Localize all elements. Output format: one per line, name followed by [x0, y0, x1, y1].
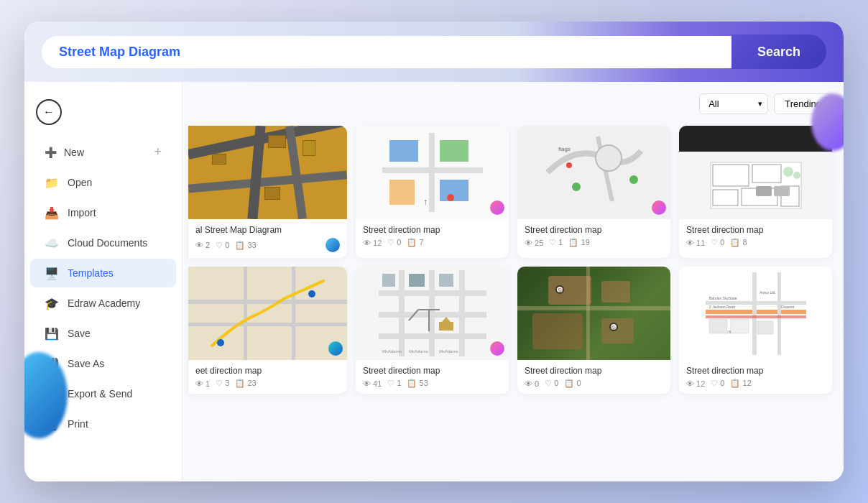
sidebar-item-import[interactable]: 📥 Import — [30, 198, 176, 227]
card-info: eet direction map 👁 1 ♡ 3 📋 23 — [188, 360, 347, 394]
card-image: Bahrain SkyState 2 Jackson Road Asia Uni… — [679, 267, 832, 360]
copy-count: 📋 19 — [568, 238, 589, 247]
main-content: ← ➕ New + 📁 Open 📥 Import ☁️ Cloud Docum… — [24, 82, 844, 481]
sidebar-item-cloud[interactable]: ☁️ Cloud Documents — [30, 229, 176, 257]
sidebar-saveas-label: Save As — [68, 358, 104, 369]
templates-icon: 🖥️ — [45, 266, 59, 280]
sidebar-academy-label: Edraw Academy — [68, 297, 140, 309]
save-icon: 💾 — [45, 326, 59, 341]
svg-text:McAdams: McAdams — [409, 349, 428, 354]
view-count: 👁 0 — [525, 379, 539, 388]
search-button[interactable]: Search — [731, 34, 826, 69]
filter-row: All Business Education Trending — [194, 93, 832, 114]
card-image: 🏠 🏠 — [517, 267, 670, 360]
like-count: ♡ 0 — [545, 379, 558, 388]
grid-street-svg: McAdams McAdams McAdams — [379, 270, 486, 356]
svg-text:McAdams: McAdams — [439, 349, 458, 354]
sidebar-open-label: Open — [68, 177, 92, 188]
svg-rect-4 — [389, 180, 415, 205]
card-title: Street direction map — [363, 225, 502, 235]
svg-point-8 — [596, 145, 622, 171]
back-button[interactable]: ← — [36, 99, 62, 125]
card-stats: 👁 11 ♡ 0 📋 8 — [686, 238, 825, 247]
template-card[interactable]: ↑ Street direction map 👁 12 ♡ 0 📋 7 — [356, 126, 509, 258]
template-card[interactable]: McAdams McAdams McAdams Street direction… — [356, 267, 509, 394]
svg-rect-42 — [752, 272, 757, 355]
sidebar-item-academy[interactable]: 🎓 Edraw Academy — [30, 289, 176, 318]
app-container: Street Map Diagram Search ← ➕ New + 📁 Op… — [24, 22, 844, 481]
sidebar-item-open[interactable]: 📁 Open — [30, 168, 176, 197]
academy-icon: 🎓 — [45, 296, 59, 310]
curved-road-svg: flags — [540, 129, 648, 216]
like-count: ♡ 0 — [387, 238, 401, 247]
like-count: ♡ 0 — [216, 241, 229, 250]
like-count: ♡ 0 — [711, 238, 724, 247]
card-image — [188, 267, 347, 360]
svg-point-6 — [447, 194, 454, 201]
svg-rect-31 — [439, 274, 453, 287]
content-area: All Business Education Trending — [183, 82, 844, 481]
copy-count: 📋 8 — [730, 238, 747, 247]
view-count: 👁 12 — [686, 379, 705, 388]
card-title: Street direction map — [686, 366, 825, 376]
sidebar-item-templates[interactable]: 🖥️ Templates — [30, 259, 176, 287]
open-icon: 📁 — [45, 175, 59, 190]
card-avatar — [328, 341, 343, 356]
svg-rect-43 — [777, 272, 781, 355]
template-card[interactable]: Street direction map 👁 11 ♡ 0 📋 8 — [679, 126, 832, 258]
card-image — [679, 126, 832, 219]
svg-text:↑: ↑ — [423, 197, 428, 207]
sidebar-item-new[interactable]: ➕ New + — [30, 137, 176, 167]
card-stats: 👁 25 ♡ 1 📋 19 — [525, 238, 663, 247]
template-grid: al Street Map Diagram 👁 2 ♡ 0 📋 33 — [194, 126, 832, 394]
card-image: McAdams McAdams McAdams — [356, 267, 509, 360]
sidebar-export-label: Export & Send — [68, 388, 132, 400]
card-stats: 👁 0 ♡ 0 📋 0 — [525, 379, 663, 388]
card-stats: 👁 41 ♡ 1 📋 53 — [363, 379, 502, 388]
template-card[interactable]: 🏠 🏠 Street direction map 👁 0 ♡ 0 📋 0 — [517, 267, 670, 394]
svg-rect-3 — [440, 140, 468, 162]
card-stats: 👁 1 ♡ 3 📋 23 — [195, 379, 340, 388]
svg-rect-50 — [709, 319, 727, 333]
svg-text:flags: flags — [558, 146, 571, 152]
svg-rect-35 — [439, 322, 453, 331]
svg-rect-29 — [382, 274, 395, 287]
svg-rect-52 — [757, 321, 773, 334]
view-count: 👁 25 — [525, 239, 543, 247]
template-card[interactable]: al Street Map Diagram 👁 2 ♡ 0 📋 33 — [188, 126, 347, 258]
svg-point-21 — [783, 167, 793, 177]
svg-text:Divastor: Divastor — [781, 305, 795, 309]
new-icon: ➕ — [45, 147, 57, 158]
sidebar-templates-label: Templates — [68, 267, 114, 279]
search-input[interactable]: Street Map Diagram — [59, 45, 180, 60]
template-card[interactable]: flags Street direction map 👁 25 ♡ 1 📋 19 — [517, 126, 670, 258]
card-image — [188, 126, 347, 219]
like-count: ♡ 1 — [549, 238, 563, 247]
sidebar-item-save[interactable]: 💾 Save — [30, 319, 176, 348]
search-input-wrapper: Street Map Diagram — [42, 36, 731, 68]
card-info: Street direction map 👁 25 ♡ 1 📋 19 — [517, 219, 670, 253]
sidebar-save-label: Save — [68, 328, 91, 339]
view-count: 👁 1 — [195, 379, 210, 388]
category-filter[interactable]: All Business Education — [699, 93, 768, 114]
svg-rect-51 — [731, 319, 749, 333]
svg-point-11 — [566, 162, 572, 168]
card-stats: 👁 2 ♡ 0 📋 33 — [195, 238, 340, 252]
copy-count: 📋 0 — [564, 379, 581, 388]
cloud-icon: ☁️ — [45, 236, 59, 250]
copy-count: 📋 12 — [730, 379, 751, 388]
card-title: eet direction map — [195, 366, 340, 376]
svg-rect-1 — [429, 133, 435, 212]
svg-point-10 — [629, 175, 638, 184]
like-count: ♡ 3 — [216, 379, 229, 388]
view-count: 👁 12 — [363, 239, 382, 247]
sidebar-cloud-label: Cloud Documents — [68, 237, 147, 249]
card-info: al Street Map Diagram 👁 2 ♡ 0 📋 33 — [188, 219, 347, 258]
svg-rect-30 — [409, 274, 425, 287]
template-card[interactable]: Bahrain SkyState 2 Jackson Road Asia Uni… — [679, 267, 832, 394]
copy-count: 📋 7 — [407, 238, 423, 247]
card-title: Street direction map — [686, 225, 825, 235]
template-card[interactable]: eet direction map 👁 1 ♡ 3 📋 23 — [188, 267, 347, 394]
sidebar-import-label: Import — [68, 207, 96, 218]
card-title: Street direction map — [363, 366, 502, 376]
